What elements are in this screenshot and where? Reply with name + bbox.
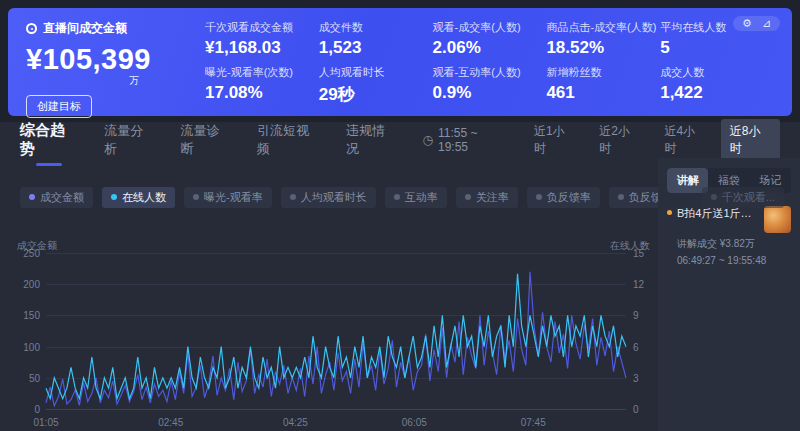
plot-area[interactable]: 25020015010050015129630	[46, 253, 626, 409]
tab-流量诊断[interactable]: 流量诊断	[181, 114, 231, 166]
chip-dot	[193, 194, 199, 200]
chip-label: 人均观看时长	[301, 190, 367, 205]
metric-label: 成交人数	[660, 65, 774, 80]
item-title: B拍4斤送1斤共35-4...	[677, 206, 759, 221]
primary-metric-label: 直播间成交金额	[43, 20, 127, 37]
trend-panel: 综合趋势流量分析流量诊断引流短视频违规情况 ◷ 11:55 ~ 19:55 近1…	[0, 122, 800, 431]
left-axis-tick: 100	[23, 341, 40, 352]
header-metric: 人均观看时长29秒	[319, 65, 433, 106]
chip-dot	[394, 194, 400, 200]
chip-dot	[618, 194, 624, 200]
x-axis-label: 07:45	[521, 417, 546, 428]
metric-value: 18.52%	[546, 38, 660, 58]
metric-value: 29秒	[319, 83, 433, 106]
metric-value: 0.9%	[433, 83, 547, 103]
chip-dot	[536, 194, 542, 200]
metric-chip[interactable]: 在线人数	[102, 187, 175, 208]
header-metric: 观看-成交率(人数)2.06%	[433, 20, 547, 61]
chip-label: 关注率	[476, 190, 509, 205]
gridline	[46, 409, 626, 410]
time-button[interactable]: 近1小时	[525, 119, 584, 161]
left-axis-tick: 150	[23, 310, 40, 321]
chip-dot	[290, 194, 296, 200]
metric-chip[interactable]: 互动率	[385, 187, 447, 208]
trend-icon[interactable]: ⊿	[762, 18, 771, 29]
gear-icon[interactable]: ⚙	[742, 18, 752, 29]
product-thumbnail	[764, 206, 791, 233]
time-range: ◷ 11:55 ~ 19:55	[422, 126, 508, 154]
header-metric: 曝光-观看率(次数)17.08%	[205, 65, 319, 106]
clock-icon: ◷	[422, 133, 432, 147]
metric-value: 17.08%	[205, 83, 319, 103]
header-metric: 成交件数1,523	[319, 20, 433, 61]
explain-item[interactable]: B拍4斤送1斤共35-4...讲解成交 ¥3.82万06:49:27 ~ 19:…	[667, 206, 791, 266]
metric-label: 曝光-观看率(次数)	[205, 65, 319, 80]
right-axis-tick: 12	[633, 279, 644, 290]
header-metric: 千次观看成交金额¥1,168.03	[205, 20, 319, 61]
tab-引流短视频[interactable]: 引流短视频	[257, 114, 320, 166]
chip-label: 负反馈率	[547, 190, 591, 205]
chip-label: 千次观看...	[722, 190, 775, 205]
primary-metric-unit: 万	[26, 74, 139, 88]
chip-label: 互动率	[405, 190, 438, 205]
tab-综合趋势[interactable]: 综合趋势	[20, 113, 78, 167]
metric-value: ¥1,168.03	[205, 38, 319, 58]
metric-chip[interactable]: 成交金额	[20, 187, 93, 208]
metric-chip-row: 成交金额在线人数曝光-观看率人均观看时长互动率关注率负反馈率负反馈次数千次观看.…	[0, 158, 658, 235]
time-buttons: 近1小时近2小时近4小时近8小时	[525, 119, 780, 161]
left-axis-tick: 0	[34, 404, 40, 415]
tab-违规情况[interactable]: 违规情况	[346, 114, 396, 166]
time-button[interactable]: 近8小时	[721, 119, 780, 161]
time-button[interactable]: 近2小时	[590, 119, 649, 161]
header-corner-actions: ⚙ ⊿	[733, 16, 780, 31]
right-axis-tick: 0	[633, 404, 639, 415]
x-axis-label: 06:05	[402, 417, 427, 428]
x-axis-label: 04:25	[283, 417, 308, 428]
metric-value: 1,422	[660, 83, 774, 103]
series-在线人数	[46, 274, 626, 399]
tab-流量分析[interactable]: 流量分析	[104, 114, 154, 166]
chart-series-svg	[46, 253, 626, 409]
left-axis-tick: 250	[23, 248, 40, 259]
right-axis-tick: 6	[633, 341, 639, 352]
chip-dot	[465, 194, 471, 200]
content-row: 成交金额在线人数曝光-观看率人均观看时长互动率关注率负反馈率负反馈次数千次观看.…	[0, 158, 800, 431]
time-button[interactable]: 近4小时	[655, 119, 714, 161]
metric-chip[interactable]: 人均观看时长	[281, 187, 376, 208]
left-axis-tick: 200	[23, 279, 40, 290]
primary-metric-title: 直播间成交金额	[26, 20, 191, 37]
time-range-text: 11:55 ~ 19:55	[438, 126, 509, 154]
metric-value: 2.06%	[433, 38, 547, 58]
item-time-range: 06:49:27 ~ 19:55:48	[677, 255, 791, 266]
header-metric: 商品点击-成交率(人数)18.52%	[546, 20, 660, 61]
chart-column: 成交金额在线人数曝光-观看率人均观看时长互动率关注率负反馈率负反馈次数千次观看.…	[0, 158, 658, 431]
metric-value: 5	[660, 38, 774, 58]
x-axis-label: 01:05	[33, 417, 58, 428]
item-deal-amount: 讲解成交 ¥3.82万	[677, 237, 791, 251]
trend-chart: 成交金额 在线人数 25020015010050015129630	[0, 239, 658, 415]
metric-label: 商品点击-成交率(人数)	[546, 20, 660, 35]
x-axis-label: 02:45	[158, 417, 183, 428]
header-metric: 成交人数1,422	[660, 65, 774, 106]
metric-label: 观看-互动率(人数)	[433, 65, 547, 80]
metric-chip[interactable]: 曝光-观看率	[184, 187, 272, 208]
right-axis-tick: 15	[633, 248, 644, 259]
metric-label: 观看-成交率(人数)	[433, 20, 547, 35]
chip-dot	[111, 194, 117, 200]
metric-chip[interactable]: 关注率	[456, 187, 518, 208]
chip-label: 在线人数	[122, 190, 166, 205]
right-axis-tick: 9	[633, 310, 639, 321]
metric-chip[interactable]: 千次观看...	[702, 187, 784, 208]
series-成交金额	[46, 272, 626, 406]
chip-dot	[711, 194, 717, 200]
time-controls: ◷ 11:55 ~ 19:55 近1小时近2小时近4小时近8小时	[422, 119, 780, 161]
metric-chip[interactable]: 负反馈率	[527, 187, 600, 208]
metric-value: 1,523	[319, 38, 433, 58]
metric-value: 461	[546, 83, 660, 103]
primary-metric-value: ¥105,399	[26, 43, 191, 76]
metric-label: 千次观看成交金额	[205, 20, 319, 35]
metric-label: 成交件数	[319, 20, 433, 35]
header-metric: 观看-互动率(人数)0.9%	[433, 65, 547, 106]
primary-metric: 直播间成交金额 ¥105,399 万 创建目标	[26, 20, 191, 106]
header-metric-grid: 千次观看成交金额¥1,168.03成交件数1,523观看-成交率(人数)2.06…	[191, 20, 774, 106]
